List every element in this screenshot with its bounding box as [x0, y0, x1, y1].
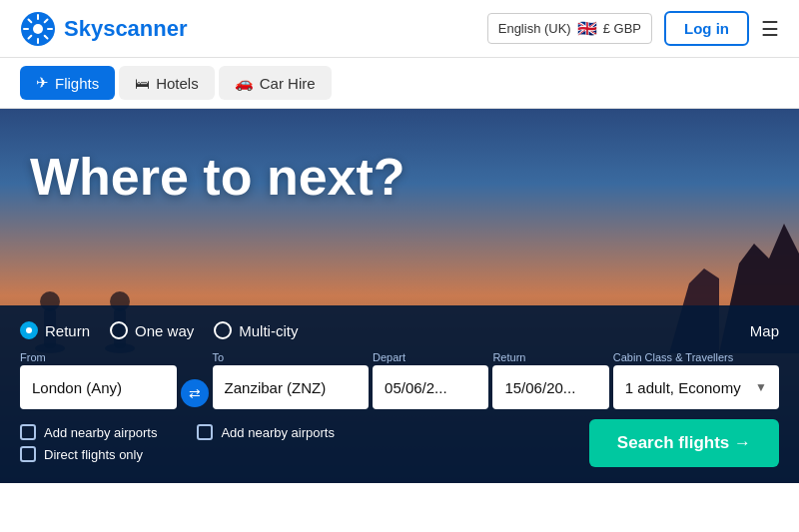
checkboxes-section: Add nearby airports Add nearby airports …: [20, 424, 335, 462]
logo-text: Skyscanner: [64, 16, 188, 42]
swap-button[interactable]: ⇄: [181, 379, 209, 407]
to-input[interactable]: Zanzibar (ZNZ): [213, 365, 370, 409]
from-label: From: [20, 351, 177, 363]
depart-label: Depart: [373, 351, 488, 363]
nearby-airports-1-label: Add nearby airports: [44, 425, 157, 440]
tab-car-hire[interactable]: 🚗 Car Hire: [219, 66, 332, 100]
cabin-input[interactable]: 1 adult, Economy ▼: [613, 365, 779, 409]
hotels-icon: 🛏: [135, 75, 150, 92]
radio-one-way[interactable]: One way: [110, 321, 194, 339]
header-right: English (UK) 🇬🇧 £ GBP Log in ☰: [487, 11, 779, 46]
from-field-group: From London (Any): [20, 351, 177, 409]
return-label: Return: [492, 351, 608, 363]
locale-text: English (UK): [498, 21, 571, 36]
svg-point-9: [33, 24, 43, 34]
logo-link[interactable]: Skyscanner: [20, 11, 188, 47]
depart-field-group: Depart 05/06/2...: [373, 351, 488, 409]
to-field-group: To Zanzibar (ZNZ): [213, 351, 370, 409]
checkbox-nearby-to-box: [197, 424, 213, 440]
trip-type-row: Return One way Multi-city Map: [20, 321, 779, 339]
currency-text: £ GBP: [603, 21, 641, 36]
tab-flights-label: Flights: [55, 75, 99, 92]
from-to-wrapper: From London (Any) ⇄ To Zanzibar (ZNZ): [20, 351, 369, 409]
to-label: To: [213, 351, 370, 363]
depart-input[interactable]: 05/06/2...: [373, 365, 488, 409]
radio-return[interactable]: Return: [20, 321, 90, 339]
to-value: Zanzibar (ZNZ): [225, 379, 327, 396]
nav-tabs: ✈ Flights 🛏 Hotels 🚗 Car Hire: [0, 58, 799, 109]
hero-section: Where to next? Return One way Multi-city…: [0, 109, 799, 483]
search-panel: Return One way Multi-city Map From: [0, 305, 799, 483]
flag-icon: 🇬🇧: [577, 19, 597, 38]
chevron-down-icon: ▼: [755, 380, 767, 394]
nearby-airports-2-label: Add nearby airports: [221, 425, 334, 440]
nearby-airports-row: Add nearby airports Add nearby airports: [20, 424, 335, 440]
depart-value: 05/06/2...: [385, 379, 447, 396]
tab-hotels[interactable]: 🛏 Hotels: [119, 66, 215, 100]
cabin-field-group: Cabin Class & Travellers 1 adult, Econom…: [613, 351, 779, 409]
car-icon: 🚗: [235, 74, 254, 92]
bottom-row: Add nearby airports Add nearby airports …: [20, 419, 779, 467]
from-value: London (Any): [32, 379, 122, 396]
header: Skyscanner English (UK) 🇬🇧 £ GBP Log in …: [0, 0, 799, 58]
hero-title: Where to next?: [30, 149, 405, 206]
hamburger-button[interactable]: ☰: [761, 17, 779, 41]
login-button[interactable]: Log in: [664, 11, 749, 46]
checkbox-nearby-to[interactable]: Add nearby airports: [197, 424, 334, 440]
return-field-group: Return 15/06/20...: [492, 351, 608, 409]
checkbox-direct-only-box: [20, 446, 36, 462]
direct-only-label: Direct flights only: [44, 447, 143, 462]
fields-row: From London (Any) ⇄ To Zanzibar (ZNZ) De…: [20, 351, 779, 409]
return-value: 15/06/20...: [504, 379, 575, 396]
tab-hotels-label: Hotels: [156, 75, 199, 92]
map-link[interactable]: Map: [750, 322, 779, 339]
radio-multi-city-circle: [214, 321, 232, 339]
flights-icon: ✈: [36, 74, 49, 92]
radio-one-way-circle: [110, 321, 128, 339]
checkbox-nearby-from[interactable]: Add nearby airports: [20, 424, 157, 440]
return-input[interactable]: 15/06/20...: [492, 365, 608, 409]
tab-flights[interactable]: ✈ Flights: [20, 66, 115, 100]
search-flights-button[interactable]: Search flights →: [589, 419, 779, 467]
radio-multi-city[interactable]: Multi-city: [214, 321, 298, 339]
radio-multi-city-label: Multi-city: [239, 322, 298, 339]
cabin-label: Cabin Class & Travellers: [613, 351, 779, 363]
radio-return-circle: [20, 321, 38, 339]
trip-types: Return One way Multi-city: [20, 321, 298, 339]
tab-car-hire-label: Car Hire: [260, 75, 316, 92]
checkbox-direct-only[interactable]: Direct flights only: [20, 446, 335, 462]
cabin-value: 1 adult, Economy: [625, 379, 741, 396]
locale-selector[interactable]: English (UK) 🇬🇧 £ GBP: [487, 13, 652, 44]
radio-return-label: Return: [45, 322, 90, 339]
checkbox-nearby-from-box: [20, 424, 36, 440]
from-input[interactable]: London (Any): [20, 365, 177, 409]
logo-icon: [20, 11, 56, 47]
radio-one-way-label: One way: [135, 322, 194, 339]
